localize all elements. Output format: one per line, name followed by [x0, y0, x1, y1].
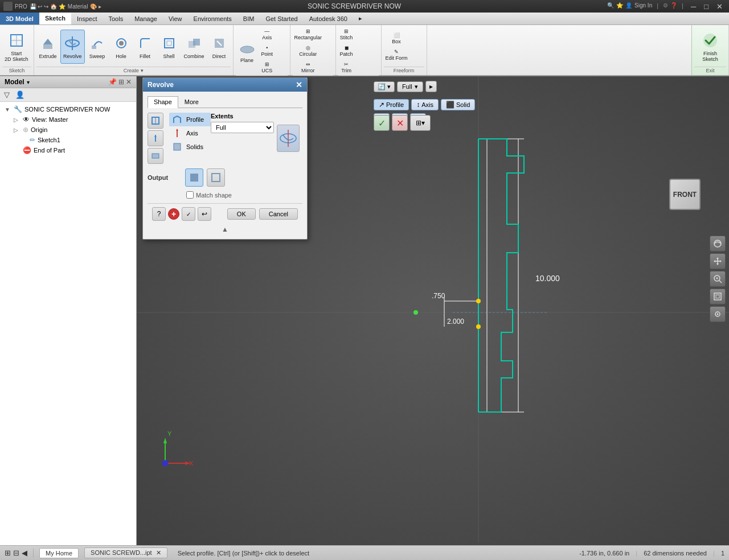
status-icon-nav[interactable]: ◀ — [22, 549, 27, 557]
filter-icon[interactable]: ▽ — [2, 90, 11, 100]
tree-expand-origin[interactable]: ▷ — [14, 127, 21, 133]
tree-expand-view[interactable]: ▷ — [14, 117, 21, 123]
status-icon-2[interactable]: ⊟ — [13, 549, 19, 557]
shape-item-solids[interactable]: Solids — [169, 140, 211, 154]
menu-inspect[interactable]: Inspect — [71, 13, 103, 24]
output-btn-surface[interactable] — [207, 168, 225, 187]
tree-item-eop[interactable]: ⛔ End of Part — [2, 145, 134, 155]
feat-btn-profile[interactable]: ↗ Profile — [374, 99, 409, 110]
vp-orbit-btn[interactable] — [710, 236, 726, 252]
tree-item-root[interactable]: ▼ 🔧 SONIC SCREWDRIVER NOW — [2, 104, 134, 114]
nav-cube[interactable]: FRONT — [669, 179, 701, 210]
status-tab-file[interactable]: SONIC SCREWD...ipt ✕ — [84, 547, 167, 558]
shape-item-profile[interactable]: Profile — [169, 113, 211, 126]
btn-extrude[interactable]: Extrude — [36, 30, 59, 64]
viewport[interactable]: 10.000 .750 2.000 — [137, 76, 729, 545]
menu-file[interactable]: 3D Model — [0, 13, 39, 24]
ok-btn[interactable]: OK — [227, 208, 256, 220]
add-btn[interactable]: + — [168, 208, 179, 220]
nav-cube-front-face[interactable]: FRONT — [669, 179, 701, 210]
vp-zoomall-btn[interactable] — [710, 289, 726, 304]
btn-editform[interactable]: ✎ Edit Form — [384, 47, 409, 63]
status-tab-close[interactable]: ✕ — [156, 549, 161, 556]
dialog-tab-more[interactable]: More — [178, 96, 205, 108]
picker-btn-1[interactable] — [148, 113, 163, 129]
btn-plane[interactable]: Plane — [236, 34, 259, 68]
bookmark-icon[interactable]: ⭐ — [616, 2, 623, 11]
btn-axis[interactable]: — Axis — [260, 26, 275, 42]
menu-getstarted[interactable]: Get Started — [260, 13, 303, 24]
confirm-more-btn[interactable]: ⊞▾ — [410, 115, 431, 131]
model-expand-icon[interactable]: ⊞ — [118, 78, 124, 86]
create-dropdown[interactable]: ▾ — [141, 68, 144, 73]
extents-select[interactable]: Full Angle To Between — [211, 122, 274, 133]
picker-btn-3[interactable] — [148, 148, 163, 164]
help-dialog-btn[interactable]: ? — [152, 207, 166, 221]
btn-ucs[interactable]: ⊞ UCS — [260, 59, 275, 75]
btn-rectangular[interactable]: ⊞ Rectangular — [293, 26, 324, 42]
view-orbit-dropdown[interactable]: ▾ — [387, 83, 391, 90]
dialog-tab-shape[interactable]: Shape — [148, 96, 178, 108]
menu-sketch[interactable]: Sketch — [39, 13, 71, 24]
btn-combine[interactable]: Combine — [182, 30, 207, 64]
feat-btn-axis[interactable]: ↕ Axis — [411, 99, 439, 110]
dialog-titlebar[interactable]: Revolve ✕ — [143, 78, 307, 92]
search-icon[interactable]: 🔍 — [607, 2, 614, 11]
confirm-cancel-btn[interactable]: ✕ — [392, 115, 408, 131]
settings-icon[interactable]: ⚙ — [663, 2, 668, 11]
btn-patch[interactable]: ◼ Patch — [338, 43, 355, 59]
confirm-ok-btn[interactable]: ✓ — [374, 115, 390, 131]
btn-fillet[interactable]: Fillet — [134, 30, 157, 64]
dialog-close-btn[interactable]: ✕ — [296, 80, 302, 89]
model-dropdown-arrow[interactable]: ▾ — [27, 79, 30, 85]
menu-tools[interactable]: Tools — [103, 13, 129, 24]
vp-pan-btn[interactable] — [710, 253, 726, 269]
btn-shell[interactable]: Shell — [158, 30, 181, 64]
btn-box[interactable]: ⬜ Box — [384, 30, 409, 46]
maximize-btn[interactable]: □ — [701, 2, 711, 11]
vp-zoom-btn[interactable] — [710, 271, 726, 287]
menu-bim[interactable]: BIM — [237, 13, 260, 24]
menu-view[interactable]: View — [163, 13, 188, 24]
btn-mirror[interactable]: ⇔ Mirror — [293, 59, 324, 75]
view-next-btn[interactable]: ▸ — [425, 81, 437, 92]
tree-item-sketch1[interactable]: ✏ Sketch1 — [2, 135, 134, 145]
output-btn-solid[interactable] — [185, 168, 203, 187]
check-btn[interactable]: ✓ — [182, 207, 195, 221]
match-shape-checkbox[interactable] — [186, 191, 194, 199]
btn-stitch[interactable]: ⊞ Stitch — [338, 26, 355, 42]
menu-manage[interactable]: Manage — [129, 13, 163, 24]
tree-item-origin[interactable]: ▷ ⊕ Origin — [2, 125, 134, 135]
dialog-expand-arrow[interactable]: ▲ — [148, 224, 302, 234]
view-mode-dropdown[interactable]: Full ▾ — [397, 81, 423, 92]
user-icon[interactable]: 👤 — [625, 2, 632, 11]
btn-revolve[interactable]: Revolve — [60, 30, 85, 64]
close-btn[interactable]: ✕ — [714, 2, 726, 11]
status-tab-home[interactable]: My Home — [39, 548, 79, 558]
shape-item-axis[interactable]: Axis — [169, 126, 211, 140]
menu-more[interactable]: ▸ — [353, 13, 368, 24]
cancel-btn[interactable]: Cancel — [259, 208, 298, 220]
menu-environments[interactable]: Environments — [188, 13, 237, 24]
menu-autodesk360[interactable]: Autodesk 360 — [304, 13, 353, 24]
btn-hole[interactable]: Hole — [110, 30, 133, 64]
tree-item-view[interactable]: ▷ 👁 View: Master — [2, 114, 134, 125]
status-icon-1[interactable]: ⊞ — [5, 549, 11, 557]
vp-look-btn[interactable] — [710, 306, 726, 322]
btn-sweep[interactable]: Sweep — [86, 30, 109, 64]
feat-btn-solid[interactable]: ⬛ Solid — [441, 99, 475, 110]
btn-start-2d-sketch[interactable]: Start2D Sketch — [2, 30, 31, 64]
view-orbit-btn[interactable]: 🔄 ▾ — [374, 81, 395, 92]
tree-expand-root[interactable]: ▼ — [5, 106, 11, 113]
model-close-icon[interactable]: ✕ — [126, 78, 132, 86]
minimize-btn[interactable]: ─ — [688, 2, 699, 11]
btn-point[interactable]: • Point — [260, 43, 275, 59]
btn-circular[interactable]: ◎ Circular — [293, 43, 324, 59]
revolve-preview-icon[interactable] — [277, 125, 300, 152]
help-icon[interactable]: ❓ — [670, 2, 677, 11]
signin-btn[interactable]: Sign In — [634, 2, 652, 11]
action-icon-btn[interactable]: ↩ — [198, 207, 211, 221]
search-tree-icon[interactable]: 👤 — [14, 90, 26, 100]
picker-btn-2[interactable] — [148, 130, 163, 146]
model-pin-icon[interactable]: 📌 — [108, 78, 117, 86]
